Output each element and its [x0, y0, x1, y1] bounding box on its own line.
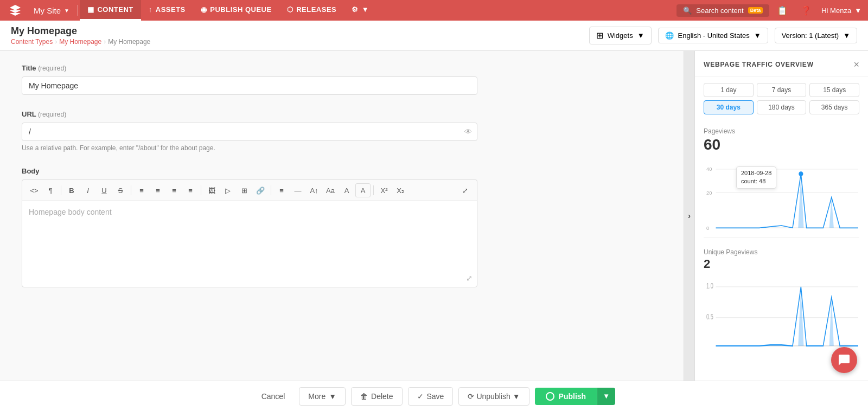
toolbar-outdent-btn[interactable]: ≡: [183, 183, 198, 197]
language-label: English - United States: [678, 31, 750, 40]
url-visibility-icon[interactable]: 👁: [464, 127, 472, 136]
svg-marker-7: [798, 174, 803, 228]
publish-dropdown-button[interactable]: ▼: [597, 388, 615, 405]
toolbar-strikethrough-btn[interactable]: S: [113, 183, 128, 197]
svg-text:0.5: 0.5: [706, 312, 713, 322]
toolbar-ul-btn[interactable]: ≡: [134, 183, 149, 197]
publish-button[interactable]: Publish: [535, 388, 597, 405]
save-label: Save: [427, 392, 444, 401]
toolbar-table-btn[interactable]: ⊞: [237, 183, 252, 197]
time-filter-7days[interactable]: 7 days: [757, 83, 807, 97]
nav-item-assets[interactable]: ↑ ASSETS: [141, 0, 193, 21]
time-filter-180days[interactable]: 180 days: [757, 100, 807, 114]
toolbar-ol-btn[interactable]: ≡: [150, 183, 165, 197]
toolbar-subscript-btn[interactable]: X₂: [393, 183, 408, 197]
toolbar-sep-1: [61, 185, 61, 195]
body-placeholder: Homepage body content: [29, 208, 112, 216]
svg-marker-15: [798, 287, 803, 346]
delete-button[interactable]: 🗑 Delete: [351, 387, 402, 406]
breadcrumb-sep-1: ›: [55, 38, 57, 46]
nav-right-controls: 📋 ❓ Hi Menza ▼: [774, 2, 861, 19]
toolbar-align-btn[interactable]: ≡: [274, 183, 289, 197]
toolbar-italic-btn[interactable]: I: [80, 183, 95, 197]
time-filter-15days[interactable]: 15 days: [809, 83, 859, 97]
toolbar-embed-btn[interactable]: ▷: [220, 183, 235, 197]
nav-divider: [77, 5, 78, 16]
save-button[interactable]: ✓ Save: [408, 387, 454, 406]
toolbar-case-btn[interactable]: A↑: [307, 183, 322, 197]
toolbar-underline-btn[interactable]: U: [97, 183, 112, 197]
panel-collapse-button[interactable]: ›: [684, 51, 694, 381]
url-field-group: URL (required) 👁 Use a relative path. Fo…: [22, 110, 662, 152]
cancel-button[interactable]: Cancel: [253, 388, 294, 405]
user-menu[interactable]: Hi Menza ▼: [821, 7, 861, 15]
svg-text:1.0: 1.0: [706, 281, 713, 291]
help-icon[interactable]: ❓: [797, 2, 815, 19]
logo-icon[interactable]: [7, 2, 24, 19]
language-chevron-icon: ▼: [754, 31, 761, 40]
toolbar-hr-btn[interactable]: —: [290, 183, 305, 197]
more-label: More: [308, 392, 326, 401]
unpublish-button[interactable]: ⟳ Unpublish ▼: [458, 387, 529, 406]
breadcrumb-my-homepage-1[interactable]: My Homepage: [59, 38, 101, 46]
tooltip-date: 2018-09-28: [741, 169, 771, 177]
pageviews-chart: 2018-09-28 count: 48 40 20 0: [704, 162, 859, 233]
title-label: Title (required): [22, 64, 662, 72]
unpublish-icon: ⟳: [468, 392, 474, 401]
toolbar-sep-5: [373, 185, 374, 195]
more-button[interactable]: More ▼: [299, 387, 346, 406]
unique-pageviews-chart: 1.0 0.5: [704, 280, 859, 350]
body-editor[interactable]: Homepage body content ⤢: [22, 201, 477, 287]
settings-chevron-icon: ▼: [362, 5, 369, 14]
search-bar[interactable]: 🔍 Search content Beta: [676, 4, 769, 17]
nav-item-releases[interactable]: ⬡ RELEASES: [279, 0, 344, 21]
panel-close-button[interactable]: ×: [853, 60, 859, 69]
breadcrumb-content-types[interactable]: Content Types: [11, 38, 53, 46]
toolbar-bold-btn[interactable]: B: [64, 183, 79, 197]
nav-item-publish-queue[interactable]: ◉ PUBLISH QUEUE: [193, 0, 279, 21]
toolbar-code-btn[interactable]: <>: [27, 183, 42, 197]
tooltip-count: count: 48: [741, 177, 771, 185]
publish-queue-icon: ◉: [201, 5, 207, 14]
title-field-group: Title (required): [22, 64, 662, 95]
version-selector[interactable]: Version: 1 (Latest) ▼: [775, 28, 857, 43]
editor-expand-icon[interactable]: ⤢: [466, 274, 473, 282]
nav-content-label: CONTENT: [97, 5, 133, 14]
nav-item-settings[interactable]: ⚙ ▼: [344, 0, 376, 21]
svg-text:20: 20: [706, 189, 712, 195]
user-chevron-icon: ▼: [854, 7, 861, 15]
assets-icon: ↑: [149, 5, 152, 14]
toolbar-sep-4: [271, 185, 271, 195]
widgets-chevron-icon: ▼: [637, 31, 644, 40]
toolbar-paragraph-btn[interactable]: ¶: [43, 183, 58, 197]
svg-text:40: 40: [706, 166, 712, 172]
time-filter-30days[interactable]: 30 days: [704, 100, 754, 114]
chat-button[interactable]: [831, 347, 857, 373]
notifications-icon[interactable]: 📋: [774, 2, 791, 19]
toolbar-highlight-btn[interactable]: A: [355, 183, 371, 197]
title-input[interactable]: [22, 76, 477, 95]
page-title: My Homepage: [11, 25, 150, 37]
search-label: Search content: [696, 7, 743, 15]
top-navigation: My Site ▼ ▦ CONTENT ↑ ASSETS ◉ PUBLISH Q…: [0, 0, 868, 21]
toolbar-expand-btn[interactable]: ⤢: [457, 183, 473, 197]
time-filter-1day[interactable]: 1 day: [704, 83, 754, 97]
publish-chevron-icon: ▼: [603, 392, 610, 400]
toolbar-superscript-btn[interactable]: X²: [376, 183, 392, 197]
toolbar-image-btn[interactable]: 🖼: [204, 183, 219, 197]
time-filter-365days[interactable]: 365 days: [809, 100, 859, 114]
content-panel: Title (required) URL (required) 👁 Use a …: [0, 51, 684, 381]
toolbar-font-color-btn[interactable]: A: [339, 183, 354, 197]
toolbar-link-btn[interactable]: 🔗: [253, 183, 268, 197]
language-selector[interactable]: 🌐 English - United States ▼: [658, 28, 768, 43]
unique-pageviews-section: Unique Pageviews 2: [695, 242, 868, 280]
nav-publish-queue-label: PUBLISH QUEUE: [210, 5, 271, 14]
nav-item-content[interactable]: ▦ CONTENT: [80, 0, 141, 21]
site-selector[interactable]: My Site ▼: [28, 0, 75, 21]
widgets-button[interactable]: ⊞ Widgets ▼: [589, 27, 652, 44]
toolbar-indent-btn[interactable]: ≡: [167, 183, 182, 197]
url-label: URL (required): [22, 110, 662, 118]
user-greeting: Hi Menza: [821, 7, 851, 15]
url-input[interactable]: [22, 123, 477, 141]
toolbar-font-size-btn[interactable]: Aa: [323, 183, 338, 197]
